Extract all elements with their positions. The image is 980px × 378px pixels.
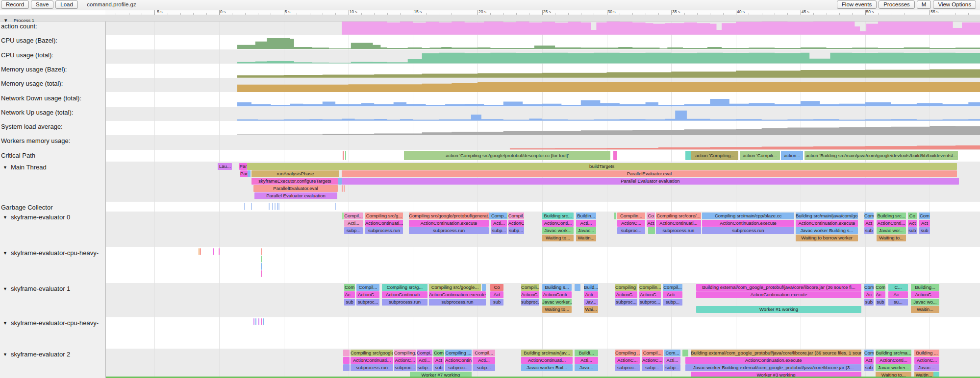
trace-span[interactable]: Buildin... [576,213,596,219]
trace-span[interactable]: sub [344,299,355,306]
trace-span[interactable]: Waiting to... [877,235,906,241]
trace-span[interactable]: ParallelEvaluator.eval [342,170,957,177]
trace-span[interactable]: Javac ... [914,364,939,371]
trace-span[interactable]: subprocess.run [702,227,794,234]
trace-span[interactable]: Compilin... [639,284,661,291]
trace-span[interactable]: action 'Building src/main/java/com/googl… [804,151,958,160]
trace-span[interactable]: Waitin... [576,235,596,241]
trace-span-sliver[interactable] [482,284,486,291]
trace-span-sliver[interactable] [278,203,279,210]
trace-span[interactable]: sub [919,227,930,234]
collapse-arrow-icon[interactable]: ▼ [3,165,7,170]
trace-span[interactable]: Waiting to... [542,306,572,313]
trace-span-sliver[interactable] [272,203,273,210]
trace-span[interactable]: Co [647,213,655,219]
trace-span-sliver[interactable] [251,203,252,210]
metric-charts[interactable] [0,0,980,378]
trace-span-sliver[interactable] [507,213,508,219]
track-label-skyframe-evaluator-cpu-heavy-[interactable]: ▼skyframe-evaluator-cpu-heavy- [3,319,99,327]
trace-span-sliver[interactable] [277,203,278,210]
trace-span[interactable]: subproc... [356,299,379,306]
trace-span[interactable]: Compiling src/core/... [656,213,701,219]
trace-span[interactable]: ActionC... [911,291,939,298]
trace-span[interactable]: Act [919,220,930,227]
trace-span[interactable]: ActionC... [394,357,416,364]
trace-span[interactable]: Acti... [584,291,598,298]
trace-span[interactable]: ActionContinuati... [656,220,701,227]
trace-span-sliver[interactable] [489,213,491,219]
track-label-skyframe-evaluator-1[interactable]: ▼skyframe-evaluator 1 [3,285,70,292]
trace-span[interactable]: Acti... [664,357,680,364]
trace-span[interactable]: ActionConti... [542,220,574,227]
trace-span-sliver[interactable] [255,318,256,325]
trace-span[interactable]: Java... [575,364,598,371]
track-label-skyframe-evaluator-cpu-heavy-[interactable]: ▼skyframe-evaluator-cpu-heavy- [3,249,99,257]
trace-span[interactable]: Com... [664,350,680,356]
trace-span[interactable]: ActionContinuation.execute [685,357,861,364]
trace-span[interactable]: subproc... [615,364,640,371]
collapse-arrow-icon[interactable]: ▼ [3,215,7,220]
metric-chart-workers-memory-usage-[interactable] [510,145,980,149]
trace-span[interactable] [343,350,350,356]
trace-span[interactable] [343,364,350,371]
metric-chart-cpu-usage-total-[interactable] [237,53,980,64]
trace-span[interactable]: sub [876,299,885,306]
trace-span[interactable]: Jav... [584,299,598,306]
trace-span[interactable]: sub [864,299,874,306]
trace-span-sliver[interactable] [613,151,617,160]
trace-span[interactable]: Com [864,350,874,356]
trace-span[interactable]: Building src/main/java/com/go... [796,213,858,219]
trace-span[interactable]: Compiling ... [615,284,637,291]
trace-span[interactable]: ActionC... [617,220,645,227]
trace-span[interactable]: ActionContinuati... [382,291,427,298]
trace-span[interactable]: sub [908,227,917,234]
trace-span-sliver[interactable] [269,203,270,210]
trace-span[interactable]: Javac worker Building external/com_googl… [685,364,861,371]
trace-span[interactable]: action 'Compiling src/google/protobuf/de… [404,151,611,160]
trace-span-sliver[interactable] [258,318,259,325]
trace-span[interactable]: Ac... [876,291,885,298]
trace-span[interactable]: subp... [642,364,663,371]
toolbar-button-m[interactable]: M [917,0,931,9]
trace-span[interactable]: Waitin... [911,306,939,313]
trace-span[interactable]: Waiting to... [542,235,574,241]
trace-span[interactable]: Acti... [575,357,598,364]
trace-span[interactable]: Parallel Evaluator evaluation [254,192,337,199]
trace-span[interactable]: Javac work... [542,227,574,234]
trace-span[interactable]: ActionC... [615,357,640,364]
trace-span-sliver[interactable] [575,284,580,291]
trace-span[interactable]: Waiting to borrow worker [796,235,858,241]
track-label-skyframe-evaluator-0[interactable]: ▼skyframe-evaluator 0 [3,213,70,221]
trace-span-sliver[interactable] [342,213,344,219]
trace-span[interactable]: ActionC... [639,291,661,298]
trace-span[interactable]: Acti... [417,357,432,364]
trace-span[interactable]: subprocess.run [429,299,486,306]
toolbar-button-load[interactable]: Load [55,0,78,9]
trace-span-sliver[interactable] [275,203,276,210]
trace-span[interactable]: ActionC... [356,291,379,298]
trace-span[interactable]: Co [490,284,503,291]
trace-span-sliver[interactable] [213,248,214,255]
trace-span[interactable]: action... [781,151,803,160]
trace-span[interactable]: Compil... [344,213,363,219]
trace-span[interactable]: Compiling src/g... [382,284,427,291]
trace-span[interactable]: Javac wo... [911,299,939,306]
metric-chart-system-load-average-[interactable] [237,125,980,135]
trace-span[interactable]: Worker #1 working [696,306,861,313]
trace-span[interactable]: ActionContinua... [445,357,472,364]
trace-span[interactable]: ActionContinuati... [521,357,573,364]
trace-span[interactable]: Compiling src/main/cpp/blaze.cc [702,213,794,219]
trace-span[interactable]: Compiling... [394,350,416,356]
trace-span[interactable]: Build... [584,284,598,291]
trace-span-sliver[interactable] [219,248,220,255]
trace-span[interactable]: Com [433,350,444,356]
trace-span[interactable]: subp... [663,299,682,306]
trace-span[interactable]: sub [864,227,874,234]
trace-span[interactable]: subp... [491,227,507,234]
trace-span-sliver[interactable] [344,185,345,192]
trace-span[interactable]: buildTargets [247,163,957,170]
metric-chart-memory-usage-bazel-[interactable] [237,69,980,78]
toolbar-button-processes[interactable]: Processes [879,0,915,9]
trace-span[interactable]: ActionConti... [542,291,572,298]
trace-span[interactable]: subprocess.run [351,364,393,371]
